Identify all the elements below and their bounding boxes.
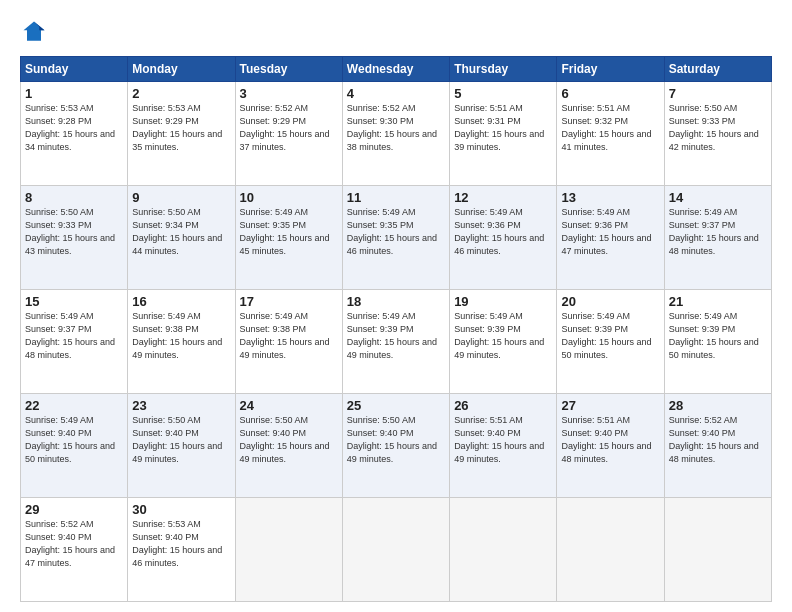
calendar-week-row: 1 Sunrise: 5:53 AMSunset: 9:28 PMDayligh… xyxy=(21,82,772,186)
day-number: 6 xyxy=(561,86,659,101)
day-number: 30 xyxy=(132,502,230,517)
day-info: Sunrise: 5:49 AMSunset: 9:39 PMDaylight:… xyxy=(669,311,759,360)
day-number: 8 xyxy=(25,190,123,205)
calendar-cell xyxy=(664,498,771,602)
day-info: Sunrise: 5:49 AMSunset: 9:37 PMDaylight:… xyxy=(25,311,115,360)
day-number: 12 xyxy=(454,190,552,205)
calendar-cell: 13 Sunrise: 5:49 AMSunset: 9:36 PMDaylig… xyxy=(557,186,664,290)
day-info: Sunrise: 5:49 AMSunset: 9:38 PMDaylight:… xyxy=(240,311,330,360)
calendar-cell: 10 Sunrise: 5:49 AMSunset: 9:35 PMDaylig… xyxy=(235,186,342,290)
calendar-week-row: 29 Sunrise: 5:52 AMSunset: 9:40 PMDaylig… xyxy=(21,498,772,602)
day-info: Sunrise: 5:51 AMSunset: 9:32 PMDaylight:… xyxy=(561,103,651,152)
day-number: 29 xyxy=(25,502,123,517)
day-number: 3 xyxy=(240,86,338,101)
day-info: Sunrise: 5:51 AMSunset: 9:31 PMDaylight:… xyxy=(454,103,544,152)
page: SundayMondayTuesdayWednesdayThursdayFrid… xyxy=(0,0,792,612)
day-number: 24 xyxy=(240,398,338,413)
day-number: 28 xyxy=(669,398,767,413)
day-info: Sunrise: 5:50 AMSunset: 9:33 PMDaylight:… xyxy=(669,103,759,152)
day-info: Sunrise: 5:52 AMSunset: 9:29 PMDaylight:… xyxy=(240,103,330,152)
calendar-cell: 30 Sunrise: 5:53 AMSunset: 9:40 PMDaylig… xyxy=(128,498,235,602)
day-info: Sunrise: 5:49 AMSunset: 9:35 PMDaylight:… xyxy=(347,207,437,256)
calendar-cell: 2 Sunrise: 5:53 AMSunset: 9:29 PMDayligh… xyxy=(128,82,235,186)
day-number: 14 xyxy=(669,190,767,205)
calendar-cell: 22 Sunrise: 5:49 AMSunset: 9:40 PMDaylig… xyxy=(21,394,128,498)
logo-icon xyxy=(20,18,48,46)
day-number: 7 xyxy=(669,86,767,101)
calendar-cell: 6 Sunrise: 5:51 AMSunset: 9:32 PMDayligh… xyxy=(557,82,664,186)
day-info: Sunrise: 5:50 AMSunset: 9:40 PMDaylight:… xyxy=(132,415,222,464)
calendar-cell: 25 Sunrise: 5:50 AMSunset: 9:40 PMDaylig… xyxy=(342,394,449,498)
day-number: 18 xyxy=(347,294,445,309)
calendar-header-row: SundayMondayTuesdayWednesdayThursdayFrid… xyxy=(21,57,772,82)
day-number: 11 xyxy=(347,190,445,205)
svg-marker-0 xyxy=(24,22,45,41)
calendar-cell: 4 Sunrise: 5:52 AMSunset: 9:30 PMDayligh… xyxy=(342,82,449,186)
day-number: 27 xyxy=(561,398,659,413)
calendar-cell: 5 Sunrise: 5:51 AMSunset: 9:31 PMDayligh… xyxy=(450,82,557,186)
logo xyxy=(20,18,52,46)
calendar-cell: 18 Sunrise: 5:49 AMSunset: 9:39 PMDaylig… xyxy=(342,290,449,394)
calendar-cell: 3 Sunrise: 5:52 AMSunset: 9:29 PMDayligh… xyxy=(235,82,342,186)
calendar-week-row: 15 Sunrise: 5:49 AMSunset: 9:37 PMDaylig… xyxy=(21,290,772,394)
calendar-cell: 23 Sunrise: 5:50 AMSunset: 9:40 PMDaylig… xyxy=(128,394,235,498)
day-info: Sunrise: 5:52 AMSunset: 9:30 PMDaylight:… xyxy=(347,103,437,152)
day-info: Sunrise: 5:52 AMSunset: 9:40 PMDaylight:… xyxy=(669,415,759,464)
day-info: Sunrise: 5:49 AMSunset: 9:39 PMDaylight:… xyxy=(347,311,437,360)
calendar-cell: 14 Sunrise: 5:49 AMSunset: 9:37 PMDaylig… xyxy=(664,186,771,290)
day-number: 22 xyxy=(25,398,123,413)
calendar-cell: 7 Sunrise: 5:50 AMSunset: 9:33 PMDayligh… xyxy=(664,82,771,186)
calendar-cell: 15 Sunrise: 5:49 AMSunset: 9:37 PMDaylig… xyxy=(21,290,128,394)
calendar-cell: 26 Sunrise: 5:51 AMSunset: 9:40 PMDaylig… xyxy=(450,394,557,498)
calendar-week-row: 22 Sunrise: 5:49 AMSunset: 9:40 PMDaylig… xyxy=(21,394,772,498)
day-number: 21 xyxy=(669,294,767,309)
calendar-cell: 21 Sunrise: 5:49 AMSunset: 9:39 PMDaylig… xyxy=(664,290,771,394)
day-number: 19 xyxy=(454,294,552,309)
day-info: Sunrise: 5:50 AMSunset: 9:34 PMDaylight:… xyxy=(132,207,222,256)
day-info: Sunrise: 5:49 AMSunset: 9:38 PMDaylight:… xyxy=(132,311,222,360)
calendar-cell: 28 Sunrise: 5:52 AMSunset: 9:40 PMDaylig… xyxy=(664,394,771,498)
day-info: Sunrise: 5:53 AMSunset: 9:28 PMDaylight:… xyxy=(25,103,115,152)
day-number: 20 xyxy=(561,294,659,309)
day-info: Sunrise: 5:49 AMSunset: 9:37 PMDaylight:… xyxy=(669,207,759,256)
day-number: 2 xyxy=(132,86,230,101)
day-info: Sunrise: 5:51 AMSunset: 9:40 PMDaylight:… xyxy=(561,415,651,464)
calendar-header-saturday: Saturday xyxy=(664,57,771,82)
day-info: Sunrise: 5:51 AMSunset: 9:40 PMDaylight:… xyxy=(454,415,544,464)
calendar-cell xyxy=(235,498,342,602)
calendar-cell: 17 Sunrise: 5:49 AMSunset: 9:38 PMDaylig… xyxy=(235,290,342,394)
day-info: Sunrise: 5:50 AMSunset: 9:40 PMDaylight:… xyxy=(240,415,330,464)
calendar-cell: 16 Sunrise: 5:49 AMSunset: 9:38 PMDaylig… xyxy=(128,290,235,394)
day-number: 23 xyxy=(132,398,230,413)
day-number: 25 xyxy=(347,398,445,413)
calendar-header-friday: Friday xyxy=(557,57,664,82)
day-number: 5 xyxy=(454,86,552,101)
calendar-table: SundayMondayTuesdayWednesdayThursdayFrid… xyxy=(20,56,772,602)
day-info: Sunrise: 5:50 AMSunset: 9:33 PMDaylight:… xyxy=(25,207,115,256)
day-info: Sunrise: 5:53 AMSunset: 9:40 PMDaylight:… xyxy=(132,519,222,568)
top-bar xyxy=(20,18,772,46)
day-info: Sunrise: 5:49 AMSunset: 9:40 PMDaylight:… xyxy=(25,415,115,464)
calendar-cell xyxy=(557,498,664,602)
day-number: 1 xyxy=(25,86,123,101)
day-info: Sunrise: 5:53 AMSunset: 9:29 PMDaylight:… xyxy=(132,103,222,152)
calendar-cell: 29 Sunrise: 5:52 AMSunset: 9:40 PMDaylig… xyxy=(21,498,128,602)
calendar-header-wednesday: Wednesday xyxy=(342,57,449,82)
day-number: 10 xyxy=(240,190,338,205)
calendar-cell: 19 Sunrise: 5:49 AMSunset: 9:39 PMDaylig… xyxy=(450,290,557,394)
calendar-cell: 8 Sunrise: 5:50 AMSunset: 9:33 PMDayligh… xyxy=(21,186,128,290)
calendar-cell: 24 Sunrise: 5:50 AMSunset: 9:40 PMDaylig… xyxy=(235,394,342,498)
calendar-header-tuesday: Tuesday xyxy=(235,57,342,82)
calendar-cell: 12 Sunrise: 5:49 AMSunset: 9:36 PMDaylig… xyxy=(450,186,557,290)
calendar-week-row: 8 Sunrise: 5:50 AMSunset: 9:33 PMDayligh… xyxy=(21,186,772,290)
calendar-cell: 11 Sunrise: 5:49 AMSunset: 9:35 PMDaylig… xyxy=(342,186,449,290)
calendar-cell xyxy=(450,498,557,602)
day-number: 9 xyxy=(132,190,230,205)
day-info: Sunrise: 5:50 AMSunset: 9:40 PMDaylight:… xyxy=(347,415,437,464)
day-number: 15 xyxy=(25,294,123,309)
day-info: Sunrise: 5:49 AMSunset: 9:35 PMDaylight:… xyxy=(240,207,330,256)
day-info: Sunrise: 5:49 AMSunset: 9:36 PMDaylight:… xyxy=(454,207,544,256)
day-number: 16 xyxy=(132,294,230,309)
calendar-cell xyxy=(342,498,449,602)
calendar-header-sunday: Sunday xyxy=(21,57,128,82)
